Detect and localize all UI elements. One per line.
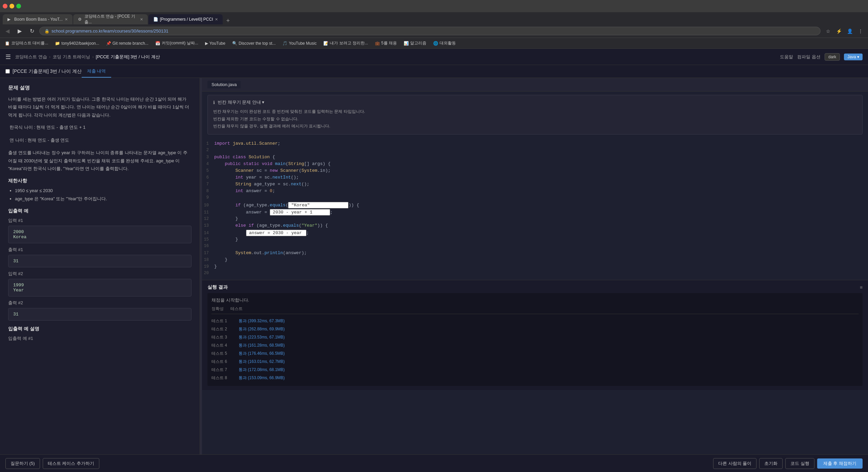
bookmark-notes[interactable]: 📝 내가 보려고 정리한... (321, 40, 370, 47)
code-editor: 1 import java.util.Scanner; 2 3 public c… (202, 138, 868, 280)
bookmark-5[interactable]: 💼 5를 채용 (373, 40, 399, 47)
bookmark-label: 코딩테스트 대비를... (11, 40, 48, 46)
tab-favicon-youtube: ▶ (7, 17, 12, 22)
run-button[interactable]: 코드 실행 (785, 458, 814, 469)
help-button[interactable]: 도움말 (780, 54, 793, 60)
bookmarks-bar: 📋 코딩테스트 대비를... 📁 tony9402/baekjoon... 📌 … (0, 38, 868, 49)
code-line-5: 5 Scanner sc = new Scanner(System.in); (202, 168, 868, 175)
blank-fill-notice: ℹ 빈칸 채우기 문제 안내 ▾ 빈칸 채우기는 이미 완성된 코드 중 빈칸에… (207, 95, 863, 135)
tab-programmers[interactable]: 📄 [Programmers / Level0] PCCI ✕ (148, 14, 223, 24)
line-number-8: 8 (202, 189, 214, 193)
bookmark-commit[interactable]: 📅 커밋(commit) 날짜... (153, 40, 200, 47)
right-panel: Solution.java ℹ 빈칸 채우기 문제 안내 ▾ 빈칸 채우기는 이… (202, 78, 868, 454)
bookmark-youtube[interactable]: ▶ YouTube (203, 40, 227, 46)
ask-button[interactable]: 질문하기 (5) (5, 458, 40, 469)
editor-header: Solution.java (202, 78, 868, 91)
sub-nav-tab-history[interactable]: 제출 내역 (82, 65, 112, 78)
line-number-10: 10 (202, 203, 214, 208)
compile-options-button[interactable]: 컴파일 옵션 (797, 54, 821, 60)
code-line-11: 11 answer = ; (202, 209, 868, 216)
bookmark-favicon-b: 📁 (55, 41, 60, 46)
tab-close-codingtest[interactable]: ✕ (140, 17, 143, 22)
tab-close-youtube[interactable]: ✕ (65, 17, 68, 22)
notice-text-1: 빈칸 채우기는 이미 완성된 코드 중 빈칸에 맞춰진 코드를 입력하는 문제 … (213, 108, 857, 116)
restriction-item-2: age_type 은 "Korea" 또는 "Year"만 주어집니다. (15, 195, 191, 203)
breadcrumb-item-3: [PCCE 기출문제] 3번 / 나이 계산 (96, 54, 160, 60)
file-tab[interactable]: Solution.java (207, 81, 241, 88)
line-number-2: 2 (202, 148, 214, 152)
menu-button[interactable]: ⋮ (856, 26, 865, 36)
bookmark-label-b: tony9402/baekjoon... (61, 41, 99, 46)
hamburger-button[interactable]: ☰ (5, 53, 11, 61)
bookmark-label-y: YouTube (209, 41, 225, 46)
blank-input-3[interactable] (246, 230, 306, 236)
address-bar[interactable]: 🔒 school.programmers.co.kr/learn/courses… (39, 27, 821, 35)
extensions-button[interactable]: ⚡ (834, 26, 844, 36)
close-button[interactable] (3, 4, 7, 8)
code-line-3: 3 public class Solution { (202, 154, 868, 161)
bookmark-algo[interactable]: 📊 알고리즘 (402, 40, 428, 47)
line-content-7: String age_type = sc.next(); (214, 182, 868, 187)
back-button[interactable]: ◀ (3, 26, 12, 36)
title-bar (0, 0, 868, 12)
result-label-1: 테스트 1 (211, 317, 232, 325)
line-number-4: 4 (202, 162, 214, 166)
breadcrumb-sep-1: › (49, 54, 51, 59)
notice-header[interactable]: ℹ 빈칸 채우기 문제 안내 ▾ (213, 99, 857, 105)
other-solution-button[interactable]: 다른 사람의 풀이 (713, 458, 756, 469)
explain-section: 입출력 예 설명 입출력 예 #1 (8, 326, 191, 342)
bookmark-button[interactable]: ☆ (823, 26, 833, 36)
line-content-1: import java.util.Scanner; (214, 141, 868, 146)
result-row-6: 테스트 6 통과 (163.01ms, 62.7MB) (211, 357, 859, 366)
code-line-8: 8 int answer = 0; (202, 188, 868, 195)
line-content-3: public class Solution { (214, 155, 868, 160)
explain-label: 입출력 예 #1 (8, 335, 191, 342)
code-line-12: 12 } (202, 216, 868, 223)
code-line-9: 9 (202, 195, 868, 202)
theme-toggle-button[interactable]: dark (825, 53, 840, 61)
line-number-16: 16 (202, 244, 214, 248)
breadcrumb-item-1[interactable]: 코딩테스트 연습 (15, 54, 47, 60)
maximize-button[interactable] (16, 4, 21, 8)
tab-youtube[interactable]: ▶ Boom Boom Bass - YouT... ✕ (3, 14, 73, 24)
add-test-button[interactable]: 테스트 케이스 추가하기 (43, 458, 99, 469)
io-section: 입출력 예 입력 #1 2000Korea 출력 #1 31 입력 #2 199… (8, 208, 191, 321)
reset-button[interactable]: 초기화 (759, 458, 783, 469)
result-value-4: 통과 (161.28ms, 68.5MB) (239, 341, 285, 349)
bookmark-git[interactable]: 📌 Git remote branch... (104, 40, 150, 46)
blank-input-2[interactable] (270, 209, 330, 216)
tab-close-programmers[interactable]: ✕ (215, 17, 218, 22)
blank-input-1[interactable] (288, 202, 348, 208)
notice-icon: ℹ (213, 100, 215, 105)
result-menu-icon[interactable]: ≡ (860, 285, 863, 290)
bookmark-discover[interactable]: 🔍 Discover the top st... (230, 40, 278, 46)
bookmark-ext[interactable]: 🌐 대외활동 (431, 40, 458, 47)
tab-label-codingtest: 코딩테스트 연습 - [PCCE 기출... (84, 14, 138, 25)
bookmark-ytmusic[interactable]: 🎵 YouTube Music (280, 40, 319, 46)
code-line-4: 4 public static void main(String[] args)… (202, 161, 868, 168)
tab-codingtest[interactable]: ⚙ 코딩테스트 연습 - [PCCE 기출... ✕ (73, 14, 148, 24)
result-table-header: 정확성 테스트 (211, 306, 859, 314)
new-tab-button[interactable]: + (223, 17, 233, 24)
breadcrumb-item-2[interactable]: 코딩 기초 트레이닝 (53, 54, 90, 60)
language-selector[interactable]: Java ▾ (844, 54, 863, 60)
bookmark-label-n: 내가 보려고 정리한... (330, 40, 368, 46)
problem-checkbox[interactable] (5, 69, 10, 74)
minimize-button[interactable] (9, 4, 14, 8)
editor-area[interactable]: ℹ 빈칸 채우기 문제 안내 ▾ 빈칸 채우기는 이미 완성된 코드 중 빈칸에… (202, 91, 868, 454)
result-tab-test[interactable]: 테스트 (230, 306, 243, 312)
bookmark-favicon-ym: 🎵 (282, 41, 287, 46)
profile-button[interactable]: 👤 (845, 26, 854, 36)
reload-button[interactable]: ↻ (27, 26, 37, 36)
submit-button[interactable]: 제출 후 채점하기 (817, 458, 863, 469)
sub-nav-title: [PCCE 기출문제] 3번 / 나이 계산 (13, 68, 82, 75)
io-output-label-1: 출력 #1 (8, 247, 191, 253)
result-title: 실행 결과 ≡ (207, 284, 863, 290)
forward-button[interactable]: ▶ (15, 26, 24, 36)
title-bar-buttons (3, 4, 21, 8)
problem-section-title: 문제 설명 (8, 85, 191, 91)
result-tab-accuracy[interactable]: 정확성 (211, 306, 224, 312)
bookmark-codingtest[interactable]: 📋 코딩테스트 대비를... (3, 40, 50, 47)
io-input-label-2: 입력 #2 (8, 271, 191, 277)
bookmark-baekjoon[interactable]: 📁 tony9402/baekjoon... (53, 40, 101, 46)
